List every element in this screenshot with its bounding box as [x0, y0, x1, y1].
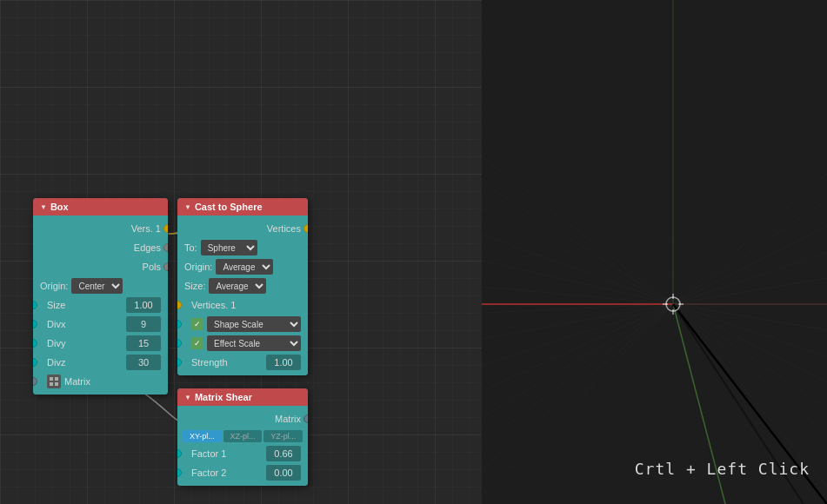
svg-rect-1	[55, 377, 58, 381]
matrix-factor2-value[interactable]: 0.00	[266, 465, 301, 481]
box-pols-socket-out	[163, 262, 168, 271]
cast-origin-row: Origin: Average Center	[177, 257, 308, 276]
cast-strength-label: Strength	[184, 357, 266, 368]
cast-node-header: ▼ Cast to Sphere	[177, 198, 308, 216]
cast-effect-scale-row: ✓ Effect Scale	[177, 334, 308, 353]
matrix-factor2-socket-in	[177, 468, 182, 477]
shortcut-hint: Crtl + Left Click	[635, 460, 810, 478]
matrix-factor2-row: Factor 2 0.00	[177, 463, 308, 482]
cast-shape-scale-row: ✓ Shape Scale	[177, 315, 308, 334]
cast-vertices-out-row: Vertices	[177, 219, 308, 238]
box-matrix-icon	[47, 375, 61, 388]
box-divx-label: Divx	[40, 319, 126, 329]
cast-vertices-in-row: Vertices. 1	[177, 295, 308, 315]
3d-viewport: Crtl + Left Click	[482, 0, 827, 504]
box-matrix-label: Matrix	[61, 376, 90, 387]
svg-rect-2	[50, 382, 53, 386]
matrix-shear-node: ▼ Matrix Shear Matrix XY-pl... XZ-pl... …	[177, 388, 308, 486]
box-origin-row: Origin: Center Corner	[33, 276, 168, 295]
box-node-title: Box	[50, 202, 69, 212]
box-node-header: ▼ Box	[33, 198, 168, 216]
cast-shape-scale-select[interactable]: Shape Scale	[207, 316, 301, 332]
box-pols-row: Pols	[33, 257, 168, 276]
cast-strength-socket-in	[177, 358, 182, 367]
cast-collapse-icon[interactable]: ▼	[184, 203, 191, 211]
cast-effect-scale-socket-in	[177, 339, 182, 348]
matrix-tab-yz[interactable]: YZ-pl...	[263, 430, 303, 442]
cast-to-sphere-node: ▼ Cast to Sphere Vertices To: Sphere Cyl…	[177, 198, 308, 375]
box-divx-value[interactable]: 9	[126, 316, 161, 332]
cast-strength-value[interactable]: 1.00	[266, 355, 301, 370]
cast-vertices-out-label: Vertices	[184, 223, 301, 234]
matrix-node-title: Matrix Shear	[195, 392, 252, 402]
box-edges-label: Edges	[40, 242, 161, 253]
matrix-factor1-socket-in	[177, 449, 182, 458]
box-divz-socket-in	[33, 358, 37, 367]
box-divx-socket-in	[33, 320, 37, 328]
cast-size-row: Size: Average Max	[177, 276, 308, 295]
box-divy-row: Divy 15	[33, 334, 168, 353]
cast-size-label: Size:	[184, 281, 205, 291]
box-divz-label: Divz	[40, 357, 126, 368]
matrix-tab-xz[interactable]: XZ-pl...	[223, 430, 263, 442]
box-origin-label: Origin:	[40, 281, 68, 291]
cast-vertices-in-label: Vertices. 1	[184, 300, 236, 310]
box-size-label: Size	[40, 300, 126, 310]
svg-rect-3	[55, 382, 58, 386]
box-pols-label: Pols	[40, 262, 161, 272]
cast-origin-select[interactable]: Average Center	[216, 259, 273, 275]
box-collapse-icon[interactable]: ▼	[40, 203, 47, 211]
cast-to-row: To: Sphere Cylinder	[177, 238, 308, 257]
svg-rect-0	[50, 377, 53, 381]
cast-node-title: Cast to Sphere	[195, 202, 263, 212]
matrix-factor1-value[interactable]: 0.66	[266, 446, 301, 461]
box-divy-value[interactable]: 15	[126, 335, 161, 351]
matrix-node-header: ▼ Matrix Shear	[177, 388, 308, 406]
box-size-socket-in	[33, 301, 37, 309]
box-vers-row: Vers. 1	[33, 219, 168, 238]
cast-size-select[interactable]: Average Max	[209, 278, 266, 294]
box-size-row: Size 1.00	[33, 295, 168, 315]
matrix-tab-xy[interactable]: XY-pl...	[183, 430, 222, 442]
cast-effect-scale-select[interactable]: Effect Scale	[207, 335, 301, 351]
box-node-body: Vers. 1 Edges Pols Origin: Center Corner	[33, 216, 168, 395]
matrix-factor1-row: Factor 1 0.66	[177, 444, 308, 463]
cast-node-body: Vertices To: Sphere Cylinder Origin: Ave…	[177, 216, 308, 375]
box-origin-select[interactable]: Center Corner	[71, 278, 123, 294]
matrix-collapse-icon[interactable]: ▼	[184, 394, 191, 401]
node-editor: ▼ Box Vers. 1 Edges Pols Origin:	[0, 0, 482, 504]
matrix-factor1-label: Factor 1	[184, 448, 266, 459]
box-node: ▼ Box Vers. 1 Edges Pols Origin:	[33, 198, 168, 395]
box-size-value[interactable]: 1.00	[126, 297, 161, 313]
matrix-output-row: Matrix	[177, 409, 308, 428]
cast-vertices-socket-in	[177, 301, 182, 309]
cast-strength-row: Strength 1.00	[177, 353, 308, 372]
cast-shape-scale-socket-in	[177, 320, 182, 328]
matrix-output-label: Matrix	[184, 414, 301, 424]
matrix-factor2-label: Factor 2	[184, 468, 266, 478]
viewport-grid: Crtl + Left Click	[482, 0, 827, 504]
cast-shape-scale-toggle[interactable]: ✓	[191, 318, 203, 330]
box-divz-row: Divz 30	[33, 353, 168, 372]
matrix-tabs: XY-pl... XZ-pl... YZ-pl...	[177, 428, 308, 444]
cast-origin-label: Origin:	[184, 262, 212, 272]
box-divy-socket-in	[33, 339, 37, 348]
cast-to-label: To:	[184, 242, 197, 253]
box-divy-label: Divy	[40, 338, 126, 348]
matrix-node-body: Matrix XY-pl... XZ-pl... YZ-pl... Factor…	[177, 406, 308, 486]
box-edges-socket-out	[163, 243, 168, 252]
box-divz-value[interactable]: 30	[126, 355, 161, 370]
box-matrix-socket-in	[33, 377, 37, 386]
cast-effect-scale-toggle[interactable]: ✓	[191, 337, 203, 349]
box-edges-row: Edges	[33, 238, 168, 257]
box-matrix-row: Matrix	[33, 372, 168, 391]
viewport-grid-svg	[482, 0, 827, 504]
cast-to-select[interactable]: Sphere Cylinder	[201, 240, 257, 255]
matrix-socket-out	[303, 414, 308, 423]
cast-vertices-socket-out	[303, 224, 308, 233]
box-divx-row: Divx 9	[33, 315, 168, 334]
box-vers-label: Vers. 1	[40, 223, 161, 234]
box-vers-socket-out	[163, 224, 168, 233]
